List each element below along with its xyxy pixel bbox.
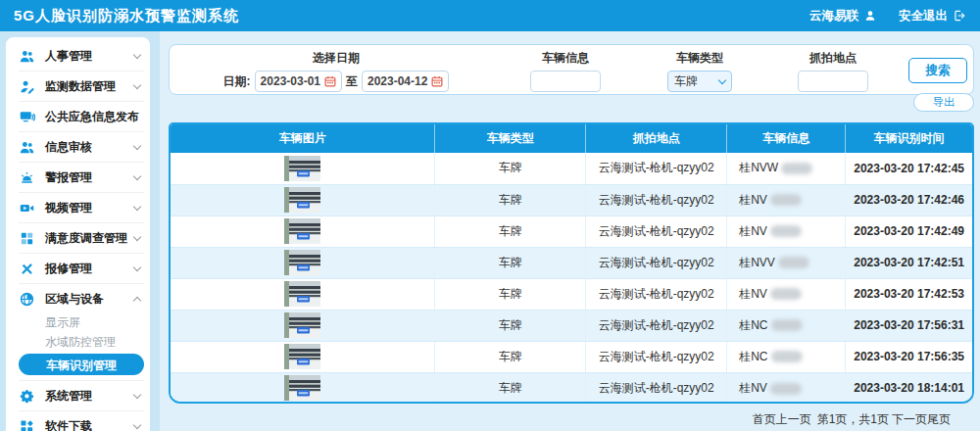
blocks-icon — [19, 418, 35, 431]
redacted-plate-blur — [770, 383, 802, 395]
pagination-next[interactable]: 下一页 — [892, 411, 927, 428]
sidebar-item-software-download[interactable]: 软件下载 — [19, 413, 144, 431]
vehicle-thumbnail[interactable] — [284, 344, 320, 369]
sidebar-block: 视频管理 — [19, 193, 144, 223]
logout-icon[interactable] — [953, 9, 966, 23]
vehicle-type-cell: 车牌 — [435, 372, 586, 404]
vehicle-type-cell: 车牌 — [435, 153, 586, 184]
vehicle-type-value: 车牌 — [674, 73, 698, 90]
sidebar-block: 公共应急信息发布 — [19, 102, 144, 132]
sidebar-item-info-review[interactable]: 信息审核 — [19, 134, 144, 160]
chevron-down-icon — [133, 141, 141, 149]
vehicle-info-cell: 桂NV — [727, 216, 846, 247]
recognition-time-cell: 2023-03-20 17:42:49 — [846, 216, 972, 247]
chevron-down-icon — [133, 232, 141, 240]
export-button[interactable]: 导出 — [913, 93, 974, 112]
table-row[interactable]: 车牌云海测试-枪机-qzyy02桂NC2023-03-20 17:56:31 — [171, 310, 972, 341]
recognition-time-cell: 2023-03-20 17:42:53 — [846, 278, 972, 310]
table-row[interactable]: 车牌云海测试-枪机-qzyy02桂NV2023-03-20 17:42:49 — [171, 216, 972, 247]
sidebar-item-label: 信息审核 — [45, 139, 92, 156]
date-separator-label: 至 — [346, 73, 358, 90]
sidebar-item-label: 监测数据管理 — [45, 78, 116, 95]
sidebar-block: 监测数据管理 — [19, 72, 144, 102]
vehicle-type-select[interactable]: 车牌 — [667, 71, 732, 92]
capture-location-cell: 云海测试-枪机-qzyy02 — [586, 310, 727, 341]
sidebar-item-video-management[interactable]: 视频管理 — [19, 195, 144, 220]
vehicle-type-label: 车辆类型 — [676, 50, 723, 67]
vehicle-thumbnail[interactable] — [284, 218, 320, 244]
table-header-row: 车辆图片车辆类型抓拍地点车辆信息车辆识别时间 — [171, 124, 972, 153]
calendar-icon[interactable] — [431, 75, 443, 87]
chevron-down-icon — [133, 50, 141, 58]
table-row[interactable]: 车牌云海测试-枪机-qzyy02桂NVW2023-03-20 17:42:45 — [171, 153, 972, 184]
date-to-value: 2023-04-12 — [368, 74, 427, 88]
redacted-plate-blur — [771, 351, 803, 362]
pagination: 首页 上一页 第1页，共1页 下一页 尾页 — [753, 411, 951, 428]
chevron-down-icon — [718, 75, 726, 83]
top-header-bar: 5G人脸识别防溺水预警监测系统 云海易联 安全退出 — [0, 0, 980, 31]
sidebar-item-repair-management[interactable]: 报修管理 — [19, 256, 144, 281]
column-header: 抓拍地点 — [586, 124, 727, 153]
sidebar-item-monitoring-data[interactable]: 监测数据管理 — [19, 73, 144, 99]
capture-location-cell: 云海测试-枪机-qzyy02 — [586, 153, 727, 184]
video-icon — [19, 200, 35, 216]
sidebar-item-region-device[interactable]: 区域与设备 — [19, 286, 144, 311]
logout-link[interactable]: 安全退出 — [899, 8, 948, 24]
plate-text: 桂NV — [739, 287, 767, 301]
vehicle-type-cell: 车牌 — [435, 184, 586, 216]
user-name[interactable]: 云海易联 — [809, 8, 858, 24]
gears-icon — [19, 388, 35, 405]
date-from-value: 2023-03-01 — [261, 74, 320, 88]
vehicle-type-cell: 车牌 — [435, 278, 586, 310]
plate-text: 桂NVV — [739, 256, 775, 269]
people-icon — [19, 48, 35, 65]
location-label: 抓拍地点 — [809, 50, 857, 67]
date-from-input[interactable]: 2023-03-01 — [255, 71, 342, 92]
pagination-first[interactable]: 首页 — [753, 411, 776, 428]
recognition-time-cell: 2023-03-20 17:42:45 — [846, 153, 972, 184]
vehicle-thumbnail[interactable] — [284, 156, 320, 181]
column-header: 车辆信息 — [727, 124, 846, 153]
vehicle-info-cell: 桂NC — [727, 310, 846, 341]
results-table: 车辆图片车辆类型抓拍地点车辆信息车辆识别时间 车牌云海测试-枪机-qzyy02桂… — [169, 122, 974, 404]
vehicle-thumbnail[interactable] — [284, 375, 320, 401]
redacted-plate-blur — [771, 319, 803, 331]
vehicle-info-cell: 桂NC — [727, 341, 846, 372]
vehicle-image-cell — [171, 184, 435, 216]
sidebar-subitem-vehicle-recognition[interactable]: 车辆识别管理 — [19, 354, 144, 375]
vehicle-type-cell: 车牌 — [435, 216, 586, 247]
sidebar-item-alarm-management[interactable]: 警报管理 — [19, 165, 144, 190]
vehicle-info-cell: 桂NVV — [727, 247, 846, 278]
sidebar-subitem-water-area-control[interactable]: 水域防控管理 — [19, 331, 144, 351]
vehicle-image-cell — [171, 247, 435, 278]
vehicle-info-cell: 桂NVW — [727, 153, 846, 184]
table-row[interactable]: 车牌云海测试-枪机-qzyy02桂NV2023-03-20 17:42:53 — [171, 278, 972, 310]
table-row[interactable]: 车牌云海测试-枪机-qzyy02桂NV2023-03-20 17:42:46 — [171, 184, 972, 216]
search-button[interactable]: 搜索 — [908, 58, 967, 83]
sidebar-item-satisfaction-survey[interactable]: 满意度调查管理 — [19, 225, 144, 251]
pagination-prev[interactable]: 上一页 — [776, 411, 811, 428]
table-row[interactable]: 车牌云海测试-枪机-qzyy02桂NC2023-03-20 17:56:35 — [171, 341, 972, 372]
vehicle-thumbnail[interactable] — [284, 312, 320, 338]
sidebar-item-personnel[interactable]: 人事管理 — [19, 43, 144, 69]
vehicle-thumbnail[interactable] — [284, 250, 320, 275]
table-row[interactable]: 车牌云海测试-枪机-qzyy02桂NV2023-03-20 18:14:01 — [171, 372, 972, 404]
tools-icon — [19, 261, 35, 277]
vehicle-thumbnail[interactable] — [284, 281, 320, 307]
sidebar-item-label: 公共应急信息发布 — [45, 109, 139, 125]
sidebar-item-public-emergency-publish[interactable]: 公共应急信息发布 — [19, 104, 144, 129]
vehicle-info-input[interactable] — [530, 71, 601, 92]
sidebar-item-system-management[interactable]: 系统管理 — [19, 383, 144, 408]
sidebar-block: 软件下载 — [19, 411, 144, 431]
date-to-input[interactable]: 2023-04-12 — [362, 71, 449, 92]
calendar-icon[interactable] — [324, 75, 336, 87]
table-row[interactable]: 车牌云海测试-枪机-qzyy02桂NVV2023-03-20 17:42:51 — [171, 247, 972, 278]
vehicle-thumbnail[interactable] — [284, 187, 320, 213]
pagination-last[interactable]: 尾页 — [927, 411, 951, 428]
vehicle-info-cell: 桂NV — [727, 372, 846, 404]
sidebar-subitem-display-screen[interactable]: 显示屏 — [19, 311, 144, 331]
recognition-time-cell: 2023-03-20 17:56:35 — [846, 341, 972, 372]
redacted-plate-blur — [770, 288, 802, 300]
location-input[interactable] — [798, 71, 868, 92]
redacted-plate-blur — [778, 257, 809, 268]
